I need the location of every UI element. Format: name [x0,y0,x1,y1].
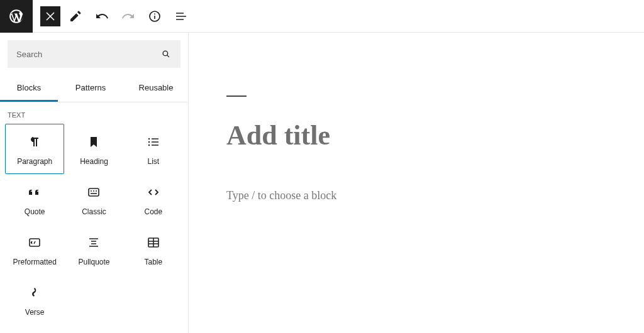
list-view-button[interactable] [170,5,192,28]
editor-main: Blocks Patterns Reusable TEXT ParagraphH… [0,33,644,333]
inserter-tabs: Blocks Patterns Reusable [0,75,188,102]
block-item-label: Preformatted [13,258,56,266]
block-item-pullquote[interactable]: Pullquote [64,224,123,275]
search-field[interactable] [8,40,180,68]
paragraph-icon [27,134,42,150]
category-title: TEXT [0,102,188,124]
list-view-icon [174,9,189,24]
default-block-appender[interactable]: Type / to choose a block [226,189,606,202]
block-list[interactable]: TEXT ParagraphHeadingListQuoteClassicCod… [0,102,188,333]
tools-button[interactable] [64,5,87,28]
search-icon [160,48,172,60]
table-icon [146,235,161,250]
block-item-verse[interactable]: Verse [5,275,64,325]
block-item-label: Pullquote [78,258,109,266]
editor-topbar [0,0,644,33]
redo-icon [121,9,136,24]
undo-icon [94,9,109,24]
tab-reusable[interactable]: Reusable [123,75,189,102]
classic-icon [86,185,101,200]
block-item-label: Table [144,258,162,266]
block-item-label: List [147,157,159,166]
block-item-table[interactable]: Table [124,224,183,275]
tab-patterns[interactable]: Patterns [58,75,123,102]
search-wrap [0,33,188,75]
tab-blocks[interactable]: Blocks [0,75,58,102]
undo-button[interactable] [91,5,113,28]
block-item-label: Classic [82,207,106,216]
block-item-label: Paragraph [17,157,52,166]
title-rule [226,96,247,97]
block-item-quote[interactable]: Quote [5,174,64,224]
list-icon [146,134,161,150]
wordpress-icon [8,8,25,25]
info-icon [147,9,162,24]
search-input[interactable] [16,50,160,59]
heading-icon [86,134,101,150]
pullquote-icon [86,235,101,250]
block-item-label: Verse [25,308,45,317]
block-item-preformatted[interactable]: Preformatted [5,224,64,275]
editor-canvas[interactable]: Add title Type / to choose a block [189,33,644,333]
close-icon [43,9,58,24]
block-item-label: Quote [25,207,45,216]
pencil-icon [68,9,83,24]
toggle-inserter-button[interactable] [40,6,60,26]
redo-button[interactable] [117,5,140,28]
block-item-classic[interactable]: Classic [64,174,123,224]
block-item-paragraph[interactable]: Paragraph [5,124,64,174]
block-item-heading[interactable]: Heading [64,124,123,174]
details-button[interactable] [143,5,166,28]
wordpress-logo[interactable] [0,0,33,33]
block-item-list[interactable]: List [124,124,183,174]
block-inserter-panel: Blocks Patterns Reusable TEXT ParagraphH… [0,33,189,333]
block-item-label: Code [144,207,162,216]
quote-icon [27,185,42,200]
block-item-label: Heading [80,157,108,166]
code-icon [146,185,161,200]
block-item-code[interactable]: Code [124,174,183,224]
preformatted-icon [27,235,42,250]
post-title-input[interactable]: Add title [226,119,606,151]
verse-icon [27,285,42,300]
